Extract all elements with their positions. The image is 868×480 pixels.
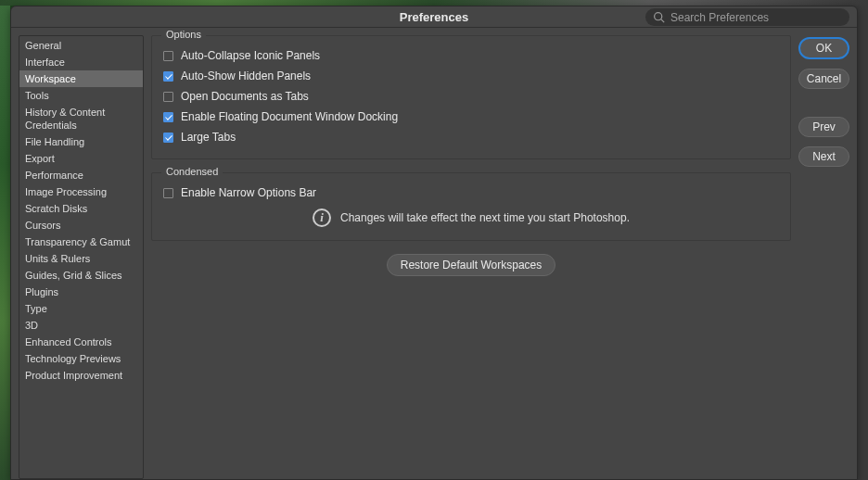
checkbox-label[interactable]: Auto-Show Hidden Panels bbox=[181, 69, 311, 82]
info-text: Changes will take effect the next time y… bbox=[340, 211, 630, 224]
sidebar: GeneralInterfaceWorkspaceToolsHistory & … bbox=[19, 35, 144, 479]
checkbox-label[interactable]: Auto-Collapse Iconic Panels bbox=[181, 49, 320, 62]
options-row: Large Tabs bbox=[163, 127, 779, 147]
condensed-group: Condensed Enable Narrow Options Bar i Ch… bbox=[151, 172, 791, 241]
svg-line-1 bbox=[661, 19, 664, 22]
sidebar-item-units-rulers[interactable]: Units & Rulers bbox=[19, 250, 143, 267]
next-button[interactable]: Next bbox=[798, 146, 849, 167]
sidebar-item-transparency-gamut[interactable]: Transparency & Gamut bbox=[19, 234, 143, 250]
options-row: Enable Floating Document Window Docking bbox=[163, 107, 779, 127]
checkbox-label[interactable]: Enable Narrow Options Bar bbox=[181, 186, 316, 199]
checkbox[interactable] bbox=[163, 51, 173, 61]
prev-button[interactable]: Prev bbox=[798, 117, 849, 137]
checkbox[interactable] bbox=[163, 133, 173, 143]
sidebar-item-performance[interactable]: Performance bbox=[19, 167, 143, 183]
sidebar-item-technology-previews[interactable]: Technology Previews bbox=[19, 350, 143, 367]
search-icon bbox=[653, 11, 665, 23]
options-row: Auto-Collapse Iconic Panels bbox=[163, 45, 779, 66]
sidebar-item-cursors[interactable]: Cursors bbox=[19, 217, 143, 234]
checkbox[interactable] bbox=[163, 188, 173, 198]
sidebar-item-3d[interactable]: 3D bbox=[19, 317, 143, 334]
search-field-wrap[interactable] bbox=[645, 8, 849, 26]
preferences-dialog: Preferences GeneralInterfaceWorkspaceToo… bbox=[10, 6, 858, 480]
cancel-button[interactable]: Cancel bbox=[798, 69, 849, 89]
checkbox-label[interactable]: Large Tabs bbox=[181, 131, 236, 144]
titlebar: Preferences bbox=[11, 6, 857, 28]
sidebar-item-type[interactable]: Type bbox=[19, 300, 143, 317]
search-input[interactable] bbox=[670, 11, 842, 24]
sidebar-item-tools[interactable]: Tools bbox=[19, 87, 143, 104]
sidebar-item-history-content-credentials[interactable]: History & Content Credentials bbox=[19, 104, 143, 133]
sidebar-item-guides-grid-slices[interactable]: Guides, Grid & Slices bbox=[19, 267, 143, 284]
checkbox[interactable] bbox=[163, 71, 173, 82]
sidebar-item-plugins[interactable]: Plugins bbox=[19, 284, 143, 300]
checkbox[interactable] bbox=[163, 112, 173, 122]
sidebar-item-scratch-disks[interactable]: Scratch Disks bbox=[19, 200, 143, 217]
sidebar-item-product-improvement[interactable]: Product Improvement bbox=[19, 367, 143, 384]
sidebar-item-image-processing[interactable]: Image Processing bbox=[19, 183, 143, 200]
dialog-actions: OK Cancel Prev Next bbox=[798, 35, 849, 479]
sidebar-item-export[interactable]: Export bbox=[19, 150, 143, 167]
options-row: Auto-Show Hidden Panels bbox=[163, 66, 779, 86]
options-row: Open Documents as Tabs bbox=[163, 86, 779, 107]
svg-point-0 bbox=[655, 13, 662, 20]
condensed-row: Enable Narrow Options Bar bbox=[163, 183, 779, 203]
sidebar-item-workspace[interactable]: Workspace bbox=[19, 70, 143, 87]
condensed-legend: Condensed bbox=[161, 166, 223, 177]
sidebar-item-enhanced-controls[interactable]: Enhanced Controls bbox=[19, 334, 143, 350]
checkbox-label[interactable]: Open Documents as Tabs bbox=[181, 90, 309, 103]
ok-button[interactable]: OK bbox=[798, 37, 849, 59]
dialog-title: Preferences bbox=[400, 10, 468, 24]
sidebar-item-general[interactable]: General bbox=[19, 37, 143, 54]
sidebar-item-file-handling[interactable]: File Handling bbox=[19, 133, 143, 150]
checkbox[interactable] bbox=[163, 92, 173, 102]
options-legend: Options bbox=[161, 29, 206, 40]
restore-default-workspaces-button[interactable]: Restore Default Workspaces bbox=[387, 254, 556, 276]
options-group: Options Auto-Collapse Iconic PanelsAuto-… bbox=[151, 35, 791, 159]
checkbox-label[interactable]: Enable Floating Document Window Docking bbox=[181, 110, 398, 123]
info-icon: i bbox=[313, 208, 331, 227]
sidebar-item-interface[interactable]: Interface bbox=[19, 54, 143, 70]
